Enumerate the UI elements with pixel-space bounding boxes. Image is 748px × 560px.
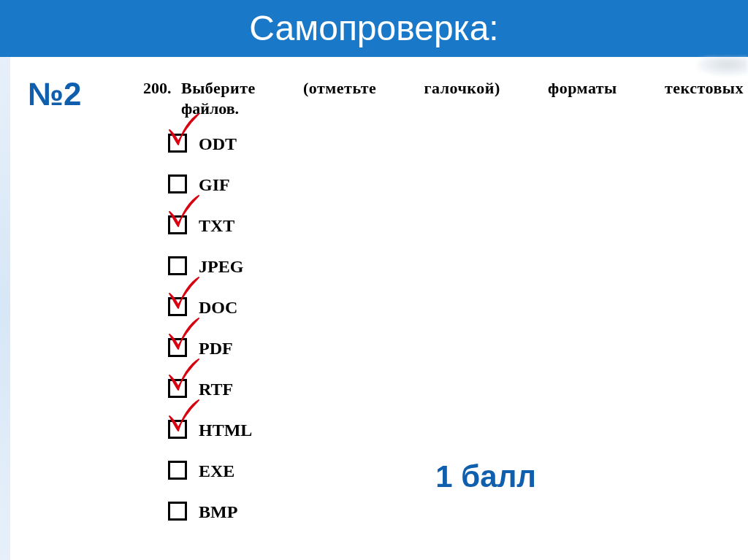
option-label: BMP [199,502,237,522]
option-label: JPEG [199,257,243,277]
option-row: HTML [168,409,252,450]
task-number-label: №2 [28,76,82,112]
question-text-line1: Выберите (отметьте галочкой) форматы тек… [181,79,744,98]
header-bar: Самопроверка: [0,0,748,57]
question-word: (отметьте [303,79,376,98]
question-word: Выберите [181,79,256,98]
option-label: HTML [199,421,252,440]
option-row: EXE [168,450,252,491]
option-label: RTF [199,380,233,399]
option-row: PDF [168,327,252,368]
option-label: DOC [199,298,237,318]
checkbox[interactable] [168,502,187,521]
checkbox[interactable] [168,256,187,275]
option-row: DOC [168,286,252,327]
option-row: GIF [168,164,252,204]
option-row: JPEG [168,245,252,286]
option-row: TXT [168,204,252,245]
option-label: ODT [199,134,237,154]
question-word: форматы [548,79,617,98]
score-label: 1 балл [435,459,536,494]
option-label: TXT [199,216,234,236]
checkbox[interactable] [168,420,187,439]
question-text-line2: файлов. [181,99,239,118]
checkbox[interactable] [168,174,187,193]
side-accent [0,57,10,560]
checkbox[interactable] [168,297,187,316]
checkbox[interactable] [168,461,187,480]
checkbox[interactable] [168,134,187,153]
slide: Самопроверка: №2 200. Выберите (отметьте… [0,0,748,560]
option-label: EXE [199,461,234,481]
option-row: RTF [168,368,252,409]
decorative-smudge [697,57,748,76]
option-label: PDF [199,339,233,358]
checkbox[interactable] [168,338,187,357]
checkbox[interactable] [168,215,187,234]
option-label: GIF [199,175,230,195]
options-list: ODTGIFTXTJPEGDOCPDFRTFHTMLEXEBMP [168,123,252,532]
header-title: Самопроверка: [249,9,498,47]
option-row: ODT [168,123,252,164]
option-row: BMP [168,491,252,532]
checkbox[interactable] [168,379,187,398]
question-word: галочкой) [424,79,500,98]
question-word: текстовых [665,79,744,98]
question-number: 200. [143,79,172,98]
